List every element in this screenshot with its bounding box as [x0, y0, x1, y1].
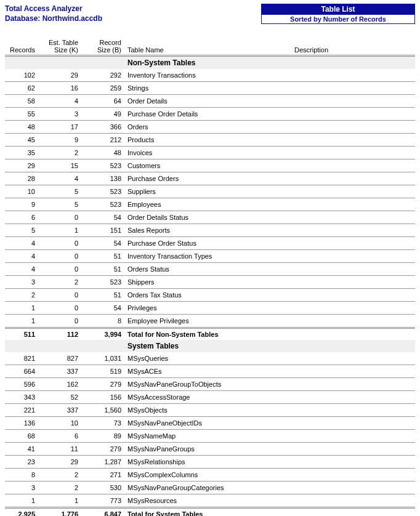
subtotal-est: 112	[39, 328, 82, 341]
subtotal-label: Total for System Tables	[125, 508, 415, 517]
table-row: 2213371,560MSysObjects	[5, 404, 415, 417]
cell-desc	[292, 159, 415, 172]
cell-desc	[292, 276, 415, 289]
cell-name: Purchase Orders	[125, 172, 292, 185]
cell-records: 68	[5, 430, 39, 443]
cell-est: 4	[39, 95, 82, 108]
cell-records: 821	[5, 352, 39, 365]
cell-bytes: 366	[82, 121, 125, 134]
cell-name: Inventory Transactions	[125, 69, 292, 82]
cell-bytes: 64	[82, 95, 125, 108]
cell-name: MSysQueries	[125, 352, 292, 365]
table-row: 4817366Orders	[5, 121, 415, 134]
cell-name: MSysComplexColumns	[125, 469, 292, 482]
cell-desc	[292, 417, 415, 430]
cell-name: Privileges	[125, 302, 292, 315]
table-row: 58464Order Details	[5, 95, 415, 108]
subtotal-records: 2,925	[5, 508, 39, 517]
cell-desc	[292, 289, 415, 302]
col-records: Records	[5, 39, 39, 56]
cell-bytes: 523	[82, 185, 125, 198]
cell-desc	[292, 95, 415, 108]
cell-records: 45	[5, 134, 39, 147]
cell-records: 10	[5, 185, 39, 198]
cell-name: Sales Reports	[125, 224, 292, 237]
cell-records: 343	[5, 391, 39, 404]
cell-desc	[292, 302, 415, 315]
cell-bytes: 8	[82, 315, 125, 328]
cell-bytes: 156	[82, 391, 125, 404]
cell-est: 2	[39, 469, 82, 482]
cell-est: 3	[39, 108, 82, 121]
table-row: 105523Suppliers	[5, 185, 415, 198]
cell-est: 5	[39, 198, 82, 211]
cell-name: MSysResources	[125, 494, 292, 508]
cell-name: Products	[125, 134, 292, 147]
app-title: Total Access Analyzer	[5, 4, 102, 14]
cell-bytes: 292	[82, 69, 125, 82]
table-row: 6216259Strings	[5, 82, 415, 95]
cell-name: Purchase Order Status	[125, 237, 292, 250]
cell-desc	[292, 69, 415, 82]
cell-desc	[292, 172, 415, 185]
cell-est: 9	[39, 134, 82, 147]
table-row: 1361073MSysNavPaneObjectIDs	[5, 417, 415, 430]
cell-name: MSysACEs	[125, 365, 292, 378]
subtotal-label: Total for Non-System Tables	[125, 328, 415, 341]
cell-name: MSysAccessStorage	[125, 391, 292, 404]
cell-est: 6	[39, 430, 82, 443]
cell-bytes: 73	[82, 417, 125, 430]
cell-est: 17	[39, 121, 82, 134]
cell-desc	[292, 263, 415, 276]
cell-est: 5	[39, 185, 82, 198]
cell-est: 52	[39, 391, 82, 404]
table-row: 51151Sales Reports	[5, 224, 415, 237]
cell-bytes: 259	[82, 82, 125, 95]
cell-records: 41	[5, 443, 39, 456]
table-row: 32530MSysNavPaneGroupCategories	[5, 482, 415, 494]
cell-desc	[292, 494, 415, 508]
cell-name: Suppliers	[125, 185, 292, 198]
cell-name: MSysNameMap	[125, 430, 292, 443]
cell-desc	[292, 365, 415, 378]
database-label: Database: Northwind.accdb	[5, 14, 102, 23]
cell-est: 29	[39, 456, 82, 469]
cell-records: 9	[5, 198, 39, 211]
cell-records: 221	[5, 404, 39, 417]
cell-desc	[292, 134, 415, 147]
cell-est: 0	[39, 263, 82, 276]
cell-name: MSysNavPaneGroups	[125, 443, 292, 456]
cell-est: 0	[39, 211, 82, 224]
cell-bytes: 279	[82, 443, 125, 456]
subtotal-row: 5111123,994Total for Non-System Tables	[5, 328, 415, 341]
cell-name: Employees	[125, 198, 292, 211]
cell-bytes: 89	[82, 430, 125, 443]
cell-name: Shippers	[125, 276, 292, 289]
cell-name: MSysNavPaneObjectIDs	[125, 417, 292, 430]
cell-name: MSysNavPaneGroupToObjects	[125, 378, 292, 391]
table-row: 82271MSysComplexColumns	[5, 469, 415, 482]
cell-est: 15	[39, 159, 82, 172]
cell-name: MSysNavPaneGroupCategories	[125, 482, 292, 494]
table-row: 2051Orders Tax Status	[5, 289, 415, 302]
cell-desc	[292, 121, 415, 134]
cell-desc	[292, 352, 415, 365]
subtotal-records: 511	[5, 328, 39, 341]
cell-bytes: 51	[82, 263, 125, 276]
cell-desc	[292, 108, 415, 121]
cell-desc	[292, 185, 415, 198]
column-headers: Records Est. Table Size (K) Record Size …	[5, 39, 415, 56]
cell-bytes: 773	[82, 494, 125, 508]
cell-est: 0	[39, 315, 82, 328]
cell-name: Order Details	[125, 95, 292, 108]
cell-bytes: 523	[82, 198, 125, 211]
table-row: 108Employee Privileges	[5, 315, 415, 328]
cell-records: 48	[5, 121, 39, 134]
cell-records: 4	[5, 263, 39, 276]
cell-bytes: 523	[82, 276, 125, 289]
cell-bytes: 1,560	[82, 404, 125, 417]
cell-est: 2	[39, 147, 82, 159]
cell-records: 1	[5, 315, 39, 328]
cell-est: 10	[39, 417, 82, 430]
table-row: 55349Purchase Order Details	[5, 108, 415, 121]
